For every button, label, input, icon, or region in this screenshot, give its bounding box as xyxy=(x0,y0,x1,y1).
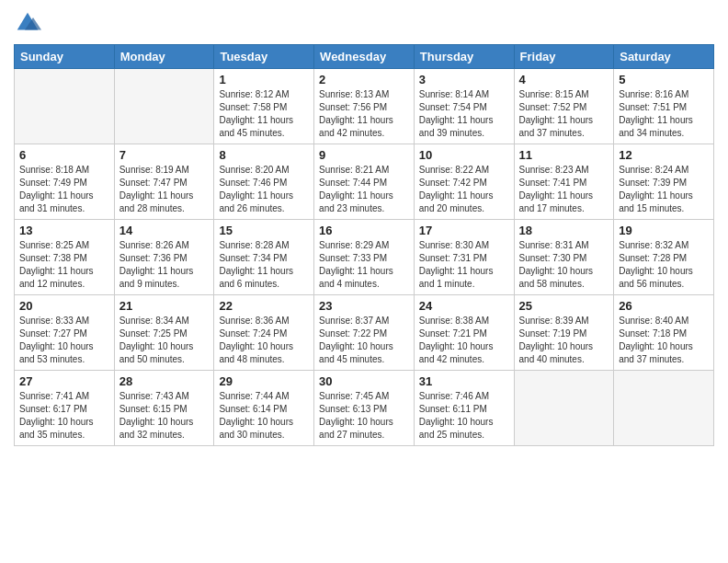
day-info: Sunrise: 8:12 AM Sunset: 7:58 PM Dayligh… xyxy=(219,88,309,140)
day-number: 14 xyxy=(119,224,210,237)
page-container: SundayMondayTuesdayWednesdayThursdayFrid… xyxy=(0,0,728,455)
day-number: 25 xyxy=(519,299,609,313)
calendar-day-header: Tuesday xyxy=(214,45,314,69)
calendar-week-row: 27Sunrise: 7:41 AM Sunset: 6:17 PM Dayli… xyxy=(15,371,714,446)
day-info: Sunrise: 7:41 AM Sunset: 6:17 PM Dayligh… xyxy=(19,390,109,442)
calendar-day-cell xyxy=(114,69,214,144)
calendar-day-cell: 8Sunrise: 8:20 AM Sunset: 7:46 PM Daylig… xyxy=(214,144,314,220)
calendar-day-cell: 14Sunrise: 8:26 AM Sunset: 7:36 PM Dayli… xyxy=(114,220,214,295)
day-info: Sunrise: 8:40 AM Sunset: 7:18 PM Dayligh… xyxy=(619,315,709,366)
day-info: Sunrise: 7:43 AM Sunset: 6:15 PM Dayligh… xyxy=(119,390,210,442)
calendar-day-cell: 28Sunrise: 7:43 AM Sunset: 6:15 PM Dayli… xyxy=(114,371,214,446)
calendar-day-cell: 25Sunrise: 8:39 AM Sunset: 7:19 PM Dayli… xyxy=(514,295,614,371)
calendar-day-cell: 22Sunrise: 8:36 AM Sunset: 7:24 PM Dayli… xyxy=(214,295,314,371)
calendar-day-cell xyxy=(614,371,714,446)
header xyxy=(14,9,714,37)
day-number: 29 xyxy=(219,374,309,388)
day-info: Sunrise: 8:14 AM Sunset: 7:54 PM Dayligh… xyxy=(419,88,509,140)
calendar-day-cell xyxy=(15,69,115,144)
day-info: Sunrise: 8:28 AM Sunset: 7:34 PM Dayligh… xyxy=(219,239,309,291)
calendar-day-cell: 2Sunrise: 8:13 AM Sunset: 7:56 PM Daylig… xyxy=(314,69,415,144)
day-info: Sunrise: 7:44 AM Sunset: 6:14 PM Dayligh… xyxy=(219,390,309,442)
calendar-day-cell: 5Sunrise: 8:16 AM Sunset: 7:51 PM Daylig… xyxy=(614,69,714,144)
day-number: 15 xyxy=(219,224,309,237)
day-info: Sunrise: 8:15 AM Sunset: 7:52 PM Dayligh… xyxy=(519,88,609,140)
day-number: 18 xyxy=(519,224,609,237)
day-number: 16 xyxy=(319,224,409,237)
day-number: 8 xyxy=(219,148,309,162)
day-number: 27 xyxy=(19,374,109,388)
day-info: Sunrise: 8:26 AM Sunset: 7:36 PM Dayligh… xyxy=(119,239,210,291)
day-info: Sunrise: 8:21 AM Sunset: 7:44 PM Dayligh… xyxy=(319,164,409,215)
day-info: Sunrise: 8:16 AM Sunset: 7:51 PM Dayligh… xyxy=(619,88,709,140)
calendar-day-cell: 3Sunrise: 8:14 AM Sunset: 7:54 PM Daylig… xyxy=(414,69,514,144)
day-number: 19 xyxy=(619,224,709,237)
calendar-week-row: 13Sunrise: 8:25 AM Sunset: 7:38 PM Dayli… xyxy=(15,220,714,295)
day-number: 2 xyxy=(319,73,409,86)
day-number: 12 xyxy=(619,148,709,162)
calendar-week-row: 6Sunrise: 8:18 AM Sunset: 7:49 PM Daylig… xyxy=(15,144,714,220)
day-number: 10 xyxy=(419,148,509,162)
day-info: Sunrise: 8:30 AM Sunset: 7:31 PM Dayligh… xyxy=(419,239,509,291)
day-info: Sunrise: 8:33 AM Sunset: 7:27 PM Dayligh… xyxy=(19,315,109,366)
day-info: Sunrise: 8:36 AM Sunset: 7:24 PM Dayligh… xyxy=(219,315,309,366)
day-info: Sunrise: 8:13 AM Sunset: 7:56 PM Dayligh… xyxy=(319,88,409,140)
day-number: 26 xyxy=(619,299,709,313)
calendar-day-header: Monday xyxy=(114,45,214,69)
day-info: Sunrise: 7:45 AM Sunset: 6:13 PM Dayligh… xyxy=(319,390,409,442)
day-info: Sunrise: 8:39 AM Sunset: 7:19 PM Dayligh… xyxy=(519,315,609,366)
day-number: 5 xyxy=(619,73,709,86)
day-info: Sunrise: 8:34 AM Sunset: 7:25 PM Dayligh… xyxy=(119,315,210,366)
calendar-day-cell: 31Sunrise: 7:46 AM Sunset: 6:11 PM Dayli… xyxy=(414,371,514,446)
day-info: Sunrise: 8:22 AM Sunset: 7:42 PM Dayligh… xyxy=(419,164,509,215)
calendar-day-cell: 27Sunrise: 7:41 AM Sunset: 6:17 PM Dayli… xyxy=(15,371,115,446)
calendar-day-cell: 30Sunrise: 7:45 AM Sunset: 6:13 PM Dayli… xyxy=(314,371,415,446)
calendar-day-cell: 6Sunrise: 8:18 AM Sunset: 7:49 PM Daylig… xyxy=(15,144,115,220)
calendar-day-cell: 20Sunrise: 8:33 AM Sunset: 7:27 PM Dayli… xyxy=(15,295,115,371)
day-number: 23 xyxy=(319,299,409,313)
calendar-day-header: Thursday xyxy=(414,45,514,69)
day-number: 9 xyxy=(319,148,409,162)
logo xyxy=(14,9,45,37)
day-info: Sunrise: 8:29 AM Sunset: 7:33 PM Dayligh… xyxy=(319,239,409,291)
calendar-day-cell: 15Sunrise: 8:28 AM Sunset: 7:34 PM Dayli… xyxy=(214,220,314,295)
calendar-week-row: 20Sunrise: 8:33 AM Sunset: 7:27 PM Dayli… xyxy=(15,295,714,371)
day-info: Sunrise: 8:24 AM Sunset: 7:39 PM Dayligh… xyxy=(619,164,709,215)
day-info: Sunrise: 8:32 AM Sunset: 7:28 PM Dayligh… xyxy=(619,239,709,291)
day-info: Sunrise: 8:31 AM Sunset: 7:30 PM Dayligh… xyxy=(519,239,609,291)
calendar-day-header: Wednesday xyxy=(314,45,415,69)
calendar-day-cell: 10Sunrise: 8:22 AM Sunset: 7:42 PM Dayli… xyxy=(414,144,514,220)
calendar-day-cell xyxy=(514,371,614,446)
calendar-day-cell: 12Sunrise: 8:24 AM Sunset: 7:39 PM Dayli… xyxy=(614,144,714,220)
day-number: 22 xyxy=(219,299,309,313)
calendar-day-cell: 17Sunrise: 8:30 AM Sunset: 7:31 PM Dayli… xyxy=(414,220,514,295)
day-number: 30 xyxy=(319,374,409,388)
day-info: Sunrise: 8:38 AM Sunset: 7:21 PM Dayligh… xyxy=(419,315,509,366)
calendar-day-cell: 4Sunrise: 8:15 AM Sunset: 7:52 PM Daylig… xyxy=(514,69,614,144)
calendar-day-cell: 29Sunrise: 7:44 AM Sunset: 6:14 PM Dayli… xyxy=(214,371,314,446)
day-number: 28 xyxy=(119,374,210,388)
calendar-day-cell: 1Sunrise: 8:12 AM Sunset: 7:58 PM Daylig… xyxy=(214,69,314,144)
day-number: 17 xyxy=(419,224,509,237)
calendar-day-cell: 21Sunrise: 8:34 AM Sunset: 7:25 PM Dayli… xyxy=(114,295,214,371)
logo-icon xyxy=(14,9,41,37)
day-info: Sunrise: 8:19 AM Sunset: 7:47 PM Dayligh… xyxy=(119,164,210,215)
day-number: 31 xyxy=(419,374,509,388)
day-number: 13 xyxy=(19,224,109,237)
calendar-day-header: Friday xyxy=(514,45,614,69)
calendar-day-cell: 24Sunrise: 8:38 AM Sunset: 7:21 PM Dayli… xyxy=(414,295,514,371)
day-number: 11 xyxy=(519,148,609,162)
day-number: 3 xyxy=(419,73,509,86)
calendar-day-header: Saturday xyxy=(614,45,714,69)
day-number: 21 xyxy=(119,299,210,313)
calendar-week-row: 1Sunrise: 8:12 AM Sunset: 7:58 PM Daylig… xyxy=(15,69,714,144)
calendar-day-cell: 9Sunrise: 8:21 AM Sunset: 7:44 PM Daylig… xyxy=(314,144,415,220)
day-number: 4 xyxy=(519,73,609,86)
calendar-day-cell: 23Sunrise: 8:37 AM Sunset: 7:22 PM Dayli… xyxy=(314,295,415,371)
calendar-day-cell: 16Sunrise: 8:29 AM Sunset: 7:33 PM Dayli… xyxy=(314,220,415,295)
day-number: 7 xyxy=(119,148,210,162)
day-info: Sunrise: 7:46 AM Sunset: 6:11 PM Dayligh… xyxy=(419,390,509,442)
calendar-header-row: SundayMondayTuesdayWednesdayThursdayFrid… xyxy=(15,45,714,69)
day-info: Sunrise: 8:25 AM Sunset: 7:38 PM Dayligh… xyxy=(19,239,109,291)
calendar-day-cell: 19Sunrise: 8:32 AM Sunset: 7:28 PM Dayli… xyxy=(614,220,714,295)
